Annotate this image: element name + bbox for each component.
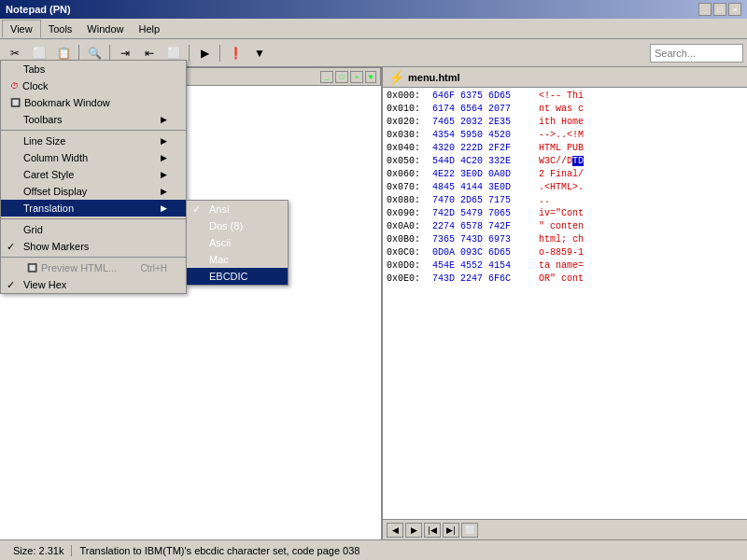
hex-row: 0x030: 4354 5950 4520 -->..<!M bbox=[387, 129, 743, 142]
hex-icon: ⚡ bbox=[388, 70, 404, 85]
hex-row: 0x060: 4E22 3E0D 0A0D 2 Final/ bbox=[387, 168, 743, 181]
close-button[interactable]: × bbox=[728, 3, 741, 16]
title-bar-buttons: _ □ × bbox=[698, 3, 741, 16]
toolbar-sep-1 bbox=[78, 45, 79, 62]
hex-pane-title: ⚡ menu.html bbox=[383, 67, 747, 88]
menu-item-line-size[interactable]: Line Size bbox=[1, 133, 186, 149]
hex-row: 0x0A0: 2274 6578 742F " conten bbox=[387, 220, 743, 233]
hex-content[interactable]: 0x000: 646F 6375 6D65 <!-- Thi 0x010: 61… bbox=[383, 88, 747, 519]
view-dropdown-menu: Tabs ⏱ Clock 🔲 Bookmark Window Toolbars … bbox=[0, 60, 187, 294]
hex-row: 0x070: 4845 4144 3E0D .<HTML>. bbox=[387, 181, 743, 194]
status-message: Translation to IBM(TM)'s ebcdic characte… bbox=[72, 545, 359, 556]
menu-item-view-hex[interactable]: View Hex bbox=[1, 276, 186, 293]
menu-item-translation[interactable]: Translation Ansi Dos (8) Ascii Mac EBCDI… bbox=[1, 200, 186, 217]
pane-maximize-button[interactable]: □ bbox=[335, 71, 348, 83]
hex-row: 0x0E0: 743D 2247 6F6C OR" cont bbox=[387, 273, 743, 286]
menu-item-clock[interactable]: ⏱ Clock bbox=[1, 77, 186, 94]
submenu-item-mac[interactable]: Mac bbox=[187, 251, 288, 268]
menu-item-preview-html[interactable]: 🔲 Preview HTML... Ctrl+H bbox=[1, 259, 186, 276]
menu-item-column-width[interactable]: Column Width bbox=[1, 149, 186, 166]
minimize-button[interactable]: _ bbox=[698, 3, 712, 16]
search-input[interactable] bbox=[650, 44, 743, 63]
search-area bbox=[650, 44, 743, 63]
hex-options-button[interactable]: ⬜ bbox=[461, 523, 478, 538]
hex-row: 0x020: 7465 2032 2E35 ith Home bbox=[387, 116, 743, 129]
submenu-item-ebcdic[interactable]: EBCDIC bbox=[187, 268, 288, 285]
pane-close-button[interactable]: × bbox=[350, 71, 363, 83]
hex-filename: menu.html bbox=[408, 72, 460, 83]
hex-toolbar: ◀ ▶ |◀ ▶| ⬜ bbox=[383, 519, 747, 539]
menu-bar: View Tools Window Help bbox=[0, 19, 747, 39]
hex-first-button[interactable]: |◀ bbox=[424, 523, 441, 538]
separator bbox=[1, 130, 186, 131]
right-pane: ⚡ menu.html 0x000: 646F 6375 6D65 <!-- T… bbox=[383, 67, 747, 539]
menu-item-toolbars[interactable]: Toolbars bbox=[1, 111, 186, 128]
run-button[interactable]: ▶ bbox=[193, 43, 216, 63]
translation-submenu: Ansi Dos (8) Ascii Mac EBCDIC bbox=[186, 200, 289, 286]
status-size: Size: 2.31k bbox=[6, 545, 72, 556]
hex-row: 0x0D0: 454E 4552 4154 ta name= bbox=[387, 259, 743, 273]
menu-view[interactable]: View bbox=[2, 20, 41, 38]
menu-item-tabs[interactable]: Tabs bbox=[1, 61, 186, 77]
title-bar: Notepad (PN) _ □ × bbox=[0, 0, 747, 19]
menu-help[interactable]: Help bbox=[131, 21, 167, 37]
hex-row: 0x000: 646F 6375 6D65 <!-- Thi bbox=[387, 90, 743, 103]
maximize-button[interactable]: □ bbox=[713, 3, 726, 16]
warning-button[interactable]: ❗ bbox=[224, 43, 247, 63]
hex-row: 0x050: 544D 4C20 332E W3C//DTD bbox=[387, 155, 743, 168]
menu-item-offset-display[interactable]: Offset Display bbox=[1, 183, 186, 200]
submenu-item-dos8[interactable]: Dos (8) bbox=[187, 217, 288, 234]
hex-last-button[interactable]: ▶| bbox=[443, 523, 459, 538]
app-title: Notepad (PN) bbox=[6, 4, 71, 15]
hex-row: 0x080: 7470 2D65 7175 .. bbox=[387, 194, 743, 207]
hex-row: 0x090: 742D 5479 7065 iv="Cont bbox=[387, 207, 743, 220]
hex-next-button[interactable]: ▶ bbox=[405, 523, 422, 538]
status-bar: Size: 2.31k Translation to IBM(TM)'s ebc… bbox=[0, 539, 747, 560]
pane-minimize-button[interactable]: _ bbox=[320, 71, 333, 83]
hex-row: 0x040: 4320 222D 2F2F HTML PUB bbox=[387, 142, 743, 155]
exclaim-button[interactable]: ▼ bbox=[248, 43, 271, 63]
menu-item-show-markers[interactable]: Show Markers bbox=[1, 238, 186, 255]
toolbar-sep-2 bbox=[109, 45, 110, 62]
separator bbox=[1, 218, 186, 219]
hex-row: 0x0C0: 0D0A 093C 6D65 o-8859-1 bbox=[387, 246, 743, 259]
submenu-item-ansi[interactable]: Ansi bbox=[187, 201, 288, 217]
hex-row: 0x0B0: 7365 743D 6973 html; ch bbox=[387, 233, 743, 246]
hex-prev-button[interactable]: ◀ bbox=[387, 523, 403, 538]
submenu-item-ascii[interactable]: Ascii bbox=[187, 234, 288, 251]
toolbar-sep-3 bbox=[189, 45, 190, 62]
separator bbox=[1, 257, 186, 258]
menu-item-grid[interactable]: Grid bbox=[1, 221, 186, 238]
menu-window[interactable]: Window bbox=[79, 21, 131, 37]
menu-item-bookmark-window[interactable]: 🔲 Bookmark Window bbox=[1, 94, 186, 111]
pane-scroll-button[interactable]: ▼ bbox=[365, 71, 376, 83]
hex-row: 0x010: 6174 6564 2077 nt was c bbox=[387, 103, 743, 116]
menu-tools[interactable]: Tools bbox=[41, 21, 80, 37]
menu-item-caret-style[interactable]: Caret Style bbox=[1, 166, 186, 183]
toolbar-sep-4 bbox=[219, 45, 220, 62]
